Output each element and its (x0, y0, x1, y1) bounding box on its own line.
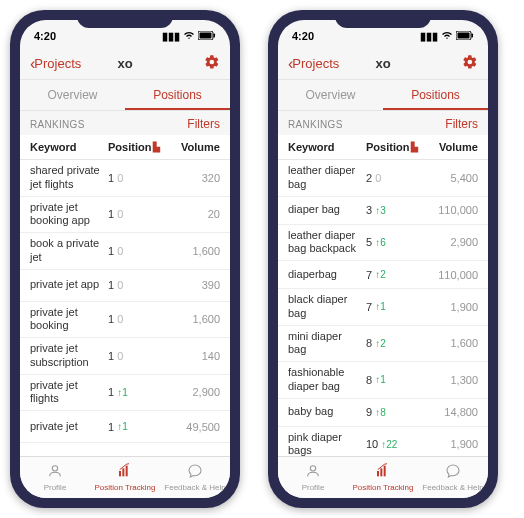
cell-position: 3↑3 (366, 204, 426, 216)
tab-overview[interactable]: Overview (278, 80, 383, 110)
cell-keyword: private jet flights (20, 379, 108, 407)
rank-value: 10 (366, 438, 378, 450)
table-row[interactable]: diaperbag7↑2110,000 (278, 261, 488, 289)
col-position-label: Position (366, 141, 409, 153)
tabbar-profile[interactable]: Profile (20, 457, 90, 498)
rank-value: 8 (366, 374, 372, 386)
tabbar-feedback[interactable]: Feedback & Help (418, 457, 488, 498)
table-row[interactable]: diaper bag3↑3110,000 (278, 197, 488, 225)
notch (335, 10, 431, 28)
cell-keyword: leather diaper bag backpack (278, 229, 366, 257)
table-row[interactable]: pink diaper bags10↑221,900 (278, 427, 488, 457)
tabbar-feedback[interactable]: Feedback & Help (160, 457, 230, 498)
cell-volume: 1,900 (426, 438, 488, 450)
svg-rect-2 (214, 34, 216, 38)
cell-volume: 1,600 (168, 313, 230, 325)
table-row[interactable]: shared private jet flights10320 (20, 160, 230, 197)
tabbar-tracking[interactable]: Position Tracking (348, 457, 418, 498)
tab-positions[interactable]: Positions (125, 80, 230, 110)
table-row[interactable]: private jet flights1↑12,900 (20, 375, 230, 412)
col-position[interactable]: Position ▙ (366, 141, 426, 153)
svg-rect-4 (119, 471, 121, 476)
svg-rect-9 (472, 34, 474, 38)
cell-keyword: private jet booking (20, 306, 108, 334)
cell-position: 10 (108, 350, 168, 362)
table-row[interactable]: book a private jet101,600 (20, 233, 230, 270)
gear-icon[interactable] (204, 54, 220, 74)
col-volume[interactable]: Volume (426, 141, 488, 153)
col-volume[interactable]: Volume (168, 141, 230, 153)
change-up: ↑2 (375, 338, 386, 349)
tabbar-tracking[interactable]: Position Tracking (90, 457, 160, 498)
table-row[interactable]: private jet booking app1020 (20, 197, 230, 234)
change-zero: 0 (375, 172, 381, 184)
rankings-label: RANKINGS (288, 119, 343, 130)
cell-position: 7↑1 (366, 301, 426, 313)
rank-value: 1 (108, 421, 114, 433)
filters-button[interactable]: Filters (445, 117, 478, 131)
table-row[interactable]: mini diaper bag8↑21,600 (278, 326, 488, 363)
svg-point-3 (52, 466, 57, 471)
cell-position: 10 (108, 279, 168, 291)
rank-value: 1 (108, 245, 114, 257)
rows-right[interactable]: leather diaper bag205,400diaper bag3↑311… (278, 160, 488, 456)
filters-button[interactable]: Filters (187, 117, 220, 131)
cell-keyword: private jet app (20, 278, 108, 292)
table-head: Keyword Position ▙ Volume (278, 135, 488, 160)
table-row[interactable]: leather diaper bag205,400 (278, 160, 488, 197)
tab-positions[interactable]: Positions (383, 80, 488, 110)
change-zero: 0 (117, 313, 123, 325)
speech-icon (445, 463, 461, 482)
table-row[interactable]: leather diaper bag backpack5↑62,900 (278, 225, 488, 262)
sort-asc-icon: ▙ (153, 142, 160, 152)
table-row[interactable]: private jet booking101,600 (20, 302, 230, 339)
cell-volume: 2,900 (168, 386, 230, 398)
cell-volume: 20 (168, 208, 230, 220)
cell-position: 10 (108, 172, 168, 184)
cell-volume: 110,000 (426, 204, 488, 216)
rank-value: 1 (108, 208, 114, 220)
cell-volume: 320 (168, 172, 230, 184)
cell-keyword: diaper bag (278, 203, 366, 217)
back-button[interactable]: ‹ Projects (288, 55, 339, 73)
cell-keyword: shared private jet flights (20, 164, 108, 192)
notch (77, 10, 173, 28)
col-keyword[interactable]: Keyword (278, 141, 366, 153)
table-row[interactable]: private jet subscription10140 (20, 338, 230, 375)
change-up: ↑1 (375, 301, 386, 312)
cell-position: 10↑22 (366, 438, 426, 450)
change-zero: 0 (117, 172, 123, 184)
cell-keyword: book a private jet (20, 237, 108, 265)
rank-value: 8 (366, 337, 372, 349)
tab-overview[interactable]: Overview (20, 80, 125, 110)
back-button[interactable]: ‹ Projects (30, 55, 81, 73)
table-row[interactable]: fashionable diaper bag8↑11,300 (278, 362, 488, 399)
status-right: ▮▮▮ (162, 30, 216, 43)
rank-value: 1 (108, 386, 114, 398)
cell-keyword: fashionable diaper bag (278, 366, 366, 394)
cell-volume: 1,600 (168, 245, 230, 257)
sub-head: RANKINGS Filters (278, 111, 488, 135)
signal-icon: ▮▮▮ (420, 30, 438, 43)
rows-left[interactable]: shared private jet flights10320private j… (20, 160, 230, 456)
table-row[interactable]: private jet app10390 (20, 270, 230, 302)
change-up: ↑6 (375, 237, 386, 248)
profile-icon (47, 463, 63, 482)
change-zero: 0 (117, 208, 123, 220)
col-keyword[interactable]: Keyword (20, 141, 108, 153)
cell-keyword: private jet (20, 420, 108, 434)
cell-position: 10 (108, 208, 168, 220)
svg-rect-13 (384, 466, 386, 477)
gear-icon[interactable] (462, 54, 478, 74)
back-label: Projects (292, 56, 339, 71)
col-position[interactable]: Position ▙ (108, 141, 168, 153)
svg-rect-12 (380, 468, 382, 476)
table-row[interactable]: black diaper bag7↑11,900 (278, 289, 488, 326)
cell-position: 10 (108, 245, 168, 257)
table-row[interactable]: private jet1↑149,500 (20, 411, 230, 443)
cell-keyword: pink diaper bags (278, 431, 366, 457)
table-row[interactable]: baby bag9↑814,800 (278, 399, 488, 427)
tabbar-profile[interactable]: Profile (278, 457, 348, 498)
rank-value: 1 (108, 313, 114, 325)
status-time: 4:20 (34, 30, 56, 42)
